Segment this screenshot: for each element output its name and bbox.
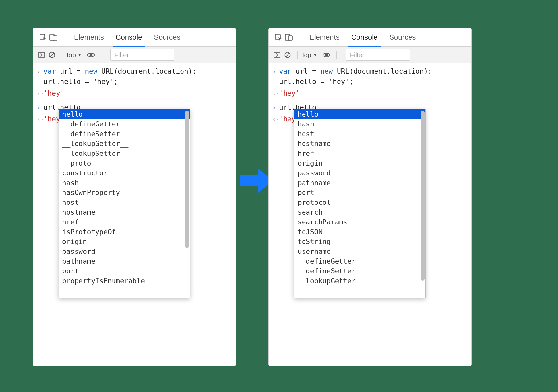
autocomplete-item[interactable]: origin (294, 158, 425, 168)
scrollbar[interactable] (184, 110, 189, 297)
autocomplete-item[interactable]: port (59, 266, 190, 276)
autocomplete-item[interactable]: __lookupGetter__ (294, 276, 425, 286)
console-output-row: ‹· 'hey' (269, 88, 471, 100)
autocomplete-item-selected[interactable]: hello (294, 109, 425, 119)
autocomplete-item[interactable]: toJSON (294, 227, 425, 237)
autocomplete-popup[interactable]: hello __defineGetter____defineSetter____… (59, 109, 190, 298)
separator (62, 51, 62, 59)
output-chevron-icon: ‹· (272, 88, 279, 99)
sidebar-toggle-icon[interactable] (36, 50, 47, 60)
autocomplete-item[interactable]: __defineSetter__ (59, 129, 190, 139)
console-output: 'hey' (44, 88, 232, 99)
autocomplete-item[interactable]: port (294, 188, 425, 198)
autocomplete-item[interactable]: hash (294, 119, 425, 129)
chevron-down-icon: ▼ (313, 53, 317, 57)
console-input-row[interactable]: › var url = new URL(document.location); … (33, 65, 236, 88)
autocomplete-item[interactable]: __defineSetter__ (294, 266, 425, 276)
svg-point-13 (325, 54, 327, 56)
autocomplete-item[interactable]: host (294, 129, 425, 139)
autocomplete-item[interactable]: hasOwnProperty (59, 188, 190, 198)
eye-icon[interactable] (86, 50, 96, 60)
autocomplete-item[interactable]: username (294, 247, 425, 256)
inspect-icon[interactable] (273, 32, 284, 42)
autocomplete-item[interactable]: host (59, 198, 190, 207)
autocomplete-item[interactable]: __proto__ (59, 158, 190, 168)
autocomplete-item[interactable]: isPrototypeOf (59, 227, 190, 237)
autocomplete-item[interactable]: protocol (294, 198, 425, 207)
autocomplete-item[interactable]: search (294, 207, 425, 217)
svg-point-6 (90, 54, 92, 56)
console-output: 'hey' (279, 88, 467, 99)
tab-elements[interactable]: Elements (304, 28, 345, 46)
autocomplete-item[interactable]: pathname (294, 178, 425, 188)
clear-console-icon[interactable] (282, 50, 293, 60)
filter-input[interactable]: Filter (110, 49, 174, 61)
context-label: top (302, 51, 311, 59)
autocomplete-item[interactable]: password (294, 168, 425, 178)
autocomplete-item[interactable]: __defineGetter__ (59, 119, 190, 129)
autocomplete-item[interactable]: __defineGetter__ (294, 256, 425, 266)
sidebar-toggle-icon[interactable] (272, 50, 282, 60)
input-chevron-icon: › (272, 66, 279, 87)
scrollbar-thumb[interactable] (185, 111, 189, 248)
inspect-icon[interactable] (38, 32, 48, 42)
autocomplete-item[interactable]: hostname (59, 207, 190, 217)
input-chevron-icon: › (37, 66, 44, 87)
svg-line-12 (286, 53, 289, 57)
svg-rect-9 (288, 36, 292, 40)
prompt-chevron-icon: › (272, 102, 279, 113)
context-label: top (67, 51, 76, 59)
tab-console[interactable]: Console (110, 28, 148, 46)
autocomplete-item[interactable]: hostname (294, 139, 425, 149)
prompt-chevron-icon: › (37, 102, 44, 113)
tab-sources[interactable]: Sources (383, 28, 422, 46)
autocomplete-item[interactable]: href (294, 149, 425, 158)
autocomplete-item[interactable]: __lookupGetter__ (59, 139, 190, 149)
console-input-row[interactable]: › var url = new URL(document.location); … (269, 65, 471, 88)
output-chevron-icon: ‹· (37, 114, 44, 124)
console-code: var url = new URL(document.location); ur… (279, 66, 467, 87)
svg-rect-3 (39, 52, 44, 57)
autocomplete-item-selected[interactable]: hello (59, 109, 190, 119)
autocomplete-item[interactable]: hash (59, 178, 190, 188)
scrollbar[interactable] (420, 110, 425, 297)
console-toolbar: top ▼ Filter (33, 47, 236, 63)
console-body: › var url = new URL(document.location); … (33, 63, 236, 125)
autocomplete-item[interactable]: password (59, 247, 190, 256)
scrollbar-thumb[interactable] (421, 111, 425, 281)
autocomplete-item[interactable]: origin (59, 237, 190, 247)
console-toolbar: top ▼ Filter (269, 47, 471, 63)
autocomplete-item[interactable]: propertyIsEnumerable (59, 276, 190, 286)
output-chevron-icon: ‹· (37, 88, 44, 99)
clear-console-icon[interactable] (47, 50, 57, 60)
chevron-down-icon: ▼ (78, 53, 82, 57)
eye-icon[interactable] (321, 50, 332, 60)
separator (63, 32, 63, 42)
autocomplete-item[interactable]: searchParams (294, 217, 425, 227)
tab-strip: Elements Console Sources (33, 28, 236, 47)
separator (297, 51, 298, 59)
autocomplete-item[interactable]: constructor (59, 168, 190, 178)
svg-rect-2 (53, 36, 57, 40)
console-input-row[interactable]: › url.hello hello hashhosthostnamehrefor… (269, 100, 471, 114)
autocomplete-item[interactable]: __lookupSetter__ (59, 149, 190, 158)
context-selector[interactable]: top ▼ (67, 51, 82, 59)
output-chevron-icon: ‹· (272, 114, 279, 124)
tab-console[interactable]: Console (345, 28, 384, 46)
tab-sources[interactable]: Sources (148, 28, 186, 46)
context-selector[interactable]: top ▼ (302, 51, 317, 59)
device-icon[interactable] (48, 32, 59, 42)
tab-strip: Elements Console Sources (269, 28, 471, 47)
console-input-row[interactable]: › url.hello hello __defineGetter____defi… (33, 100, 236, 114)
console-code: var url = new URL(document.location); ur… (44, 66, 232, 87)
autocomplete-item[interactable]: toString (294, 237, 425, 247)
tab-elements[interactable]: Elements (68, 28, 110, 46)
autocomplete-item[interactable]: pathname (59, 256, 190, 266)
separator (336, 51, 337, 59)
separator (101, 51, 101, 59)
device-icon[interactable] (284, 32, 294, 42)
autocomplete-popup[interactable]: hello hashhosthostnamehreforiginpassword… (294, 109, 426, 298)
filter-input[interactable]: Filter (346, 49, 410, 61)
autocomplete-item[interactable]: href (59, 217, 190, 227)
svg-line-5 (50, 53, 54, 57)
